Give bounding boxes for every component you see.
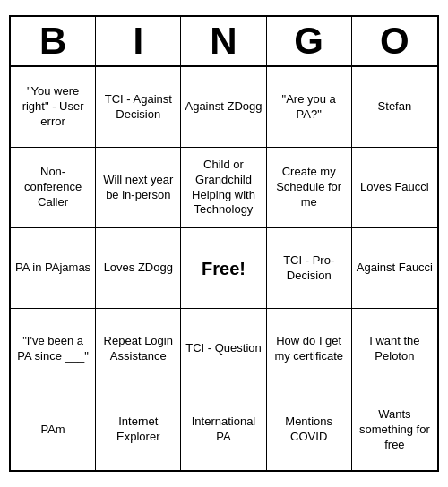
bingo-header: BINGO (11, 17, 437, 67)
bingo-grid: "You were right" - User errorTCI - Again… (11, 67, 437, 470)
bingo-cell-4: Stefan (352, 67, 437, 148)
bingo-cell-18: How do I get my certificate (267, 309, 352, 389)
bingo-cell-9: Loves Faucci (352, 148, 437, 228)
bingo-cell-13: TCI - Pro-Decision (267, 228, 352, 309)
bingo-cell-20: PAm (11, 389, 96, 470)
bingo-cell-7: Child or Grandchild Helping with Technol… (181, 148, 266, 228)
bingo-cell-23: Mentions COVID (267, 389, 352, 470)
bingo-cell-14: Against Faucci (352, 228, 437, 309)
bingo-cell-11: Loves ZDogg (96, 228, 181, 309)
bingo-cell-5: Non-conference Caller (11, 148, 96, 228)
bingo-cell-21: Internet Explorer (96, 389, 181, 470)
bingo-cell-3: "Are you a PA?" (267, 67, 352, 148)
bingo-cell-6: Will next year be in-person (96, 148, 181, 228)
bingo-letter-n: N (181, 17, 266, 65)
bingo-cell-0: "You were right" - User error (11, 67, 96, 148)
bingo-letter-o: O (352, 17, 437, 65)
free-space: Free! (181, 228, 266, 309)
bingo-cell-19: I want the Peloton (352, 309, 437, 389)
bingo-letter-g: G (267, 17, 352, 65)
bingo-cell-24: Wants something for free (352, 389, 437, 470)
bingo-cell-15: "I've been a PA since ___" (11, 309, 96, 389)
bingo-cell-10: PA in PAjamas (11, 228, 96, 309)
bingo-card: BINGO "You were right" - User errorTCI -… (9, 15, 439, 472)
bingo-cell-16: Repeat Login Assistance (96, 309, 181, 389)
bingo-letter-i: I (96, 17, 181, 65)
bingo-cell-2: Against ZDogg (181, 67, 266, 148)
bingo-cell-17: TCI - Question (181, 309, 266, 389)
bingo-cell-8: Create my Schedule for me (267, 148, 352, 228)
bingo-letter-b: B (11, 17, 96, 65)
bingo-cell-22: International PA (181, 389, 266, 470)
bingo-cell-1: TCI - Against Decision (96, 67, 181, 148)
